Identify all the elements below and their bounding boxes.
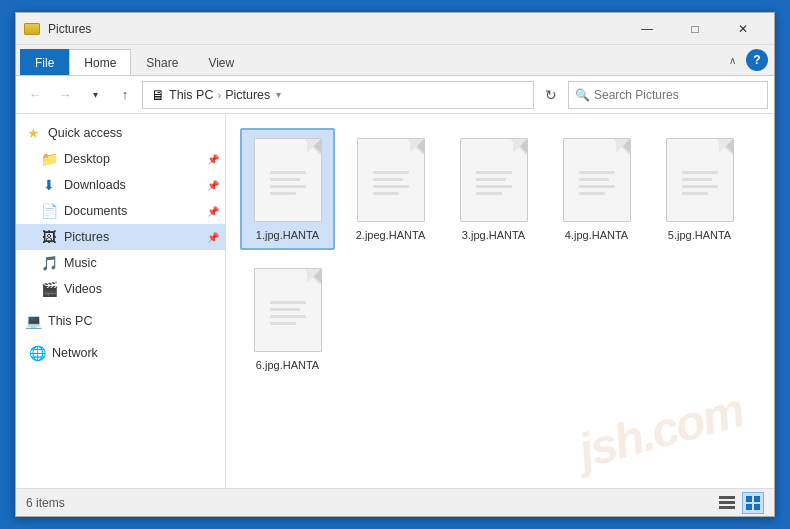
list-view-icon xyxy=(719,496,735,510)
file-page-4 xyxy=(563,138,631,222)
maximize-button[interactable]: □ xyxy=(672,13,718,45)
file-item-5[interactable]: 5.jpg.HANTA xyxy=(652,128,747,250)
list-view-button[interactable] xyxy=(716,492,738,514)
window-icon xyxy=(24,22,42,36)
search-input[interactable] xyxy=(594,88,761,102)
sidebar-label-videos: Videos xyxy=(64,282,102,296)
grid-view-icon xyxy=(746,496,760,510)
line xyxy=(682,185,718,188)
grid-view-button[interactable] xyxy=(742,492,764,514)
ribbon-help-button[interactable]: ? xyxy=(746,49,768,71)
file-lines-1 xyxy=(270,171,306,195)
file-icon-5 xyxy=(664,136,736,224)
documents-icon: 📄 xyxy=(40,202,58,220)
view-toggle-buttons xyxy=(716,492,764,514)
file-item-4[interactable]: 4.jpg.HANTA xyxy=(549,128,644,250)
file-name-1: 1.jpg.HANTA xyxy=(256,228,319,242)
sidebar: ★ Quick access 📁 Desktop 📌 ⬇ Downloads 📌… xyxy=(16,114,226,488)
sidebar-item-videos[interactable]: 🎬 Videos xyxy=(16,276,225,302)
main-area: ★ Quick access 📁 Desktop 📌 ⬇ Downloads 📌… xyxy=(16,114,774,488)
path-dropdown-arrow: ▾ xyxy=(276,89,281,100)
pin-icon-desktop: 📌 xyxy=(207,154,219,165)
address-path[interactable]: 🖥 This PC › Pictures ▾ xyxy=(142,81,534,109)
file-lines-4 xyxy=(579,171,615,195)
file-item-3[interactable]: 3.jpg.HANTA xyxy=(446,128,541,250)
nav-forward-button[interactable]: → xyxy=(52,82,78,108)
statusbar: 6 items xyxy=(16,488,774,516)
sidebar-item-thispc[interactable]: 💻 This PC xyxy=(16,308,225,334)
file-content-3 xyxy=(469,153,519,213)
sidebar-label-quick-access: Quick access xyxy=(48,126,122,140)
file-name-3: 3.jpg.HANTA xyxy=(462,228,525,242)
line xyxy=(476,178,506,181)
sidebar-label-music: Music xyxy=(64,256,97,270)
file-name-6: 6.jpg.HANTA xyxy=(256,358,319,372)
sidebar-item-downloads[interactable]: ⬇ Downloads 📌 xyxy=(16,172,225,198)
line xyxy=(476,185,512,188)
path-thispc: This PC xyxy=(169,88,213,102)
close-button[interactable]: ✕ xyxy=(720,13,766,45)
sidebar-item-documents[interactable]: 📄 Documents 📌 xyxy=(16,198,225,224)
fold2-1 xyxy=(307,139,321,153)
sidebar-item-pictures[interactable]: 🖼 Pictures 📌 xyxy=(16,224,225,250)
line xyxy=(373,192,399,195)
refresh-button[interactable]: ↻ xyxy=(538,82,564,108)
line xyxy=(476,192,502,195)
minimize-button[interactable]: — xyxy=(624,13,670,45)
file-page-6 xyxy=(254,268,322,352)
line xyxy=(579,192,605,195)
pin-icon-pictures: 📌 xyxy=(207,232,219,243)
music-icon: 🎵 xyxy=(40,254,58,272)
line xyxy=(270,315,306,318)
pin-icon-downloads: 📌 xyxy=(207,180,219,191)
nav-dropdown-button[interactable]: ▾ xyxy=(82,82,108,108)
tab-home[interactable]: Home xyxy=(69,49,131,75)
sidebar-item-network[interactable]: 🌐 Network xyxy=(16,340,225,366)
sidebar-item-music[interactable]: 🎵 Music xyxy=(16,250,225,276)
folder-icon: 📁 xyxy=(40,150,58,168)
file-page-3 xyxy=(460,138,528,222)
sidebar-item-quick-access[interactable]: ★ Quick access xyxy=(16,120,225,146)
nav-back-button[interactable]: ← xyxy=(22,82,48,108)
line xyxy=(270,308,300,311)
line xyxy=(270,192,296,195)
tab-file[interactable]: File xyxy=(20,49,69,75)
nav-up-button[interactable]: ↑ xyxy=(112,82,138,108)
file-item-6[interactable]: 6.jpg.HANTA xyxy=(240,258,335,380)
file-icon-1 xyxy=(252,136,324,224)
file-name-2: 2.jpeg.HANTA xyxy=(356,228,426,242)
tab-view[interactable]: View xyxy=(193,49,249,75)
file-item-2[interactable]: 2.jpeg.HANTA xyxy=(343,128,438,250)
svg-rect-3 xyxy=(746,496,752,502)
ribbon-tabs: File Home Share View xyxy=(16,45,249,75)
path-pictures: Pictures xyxy=(225,88,270,102)
file-lines-2 xyxy=(373,171,409,195)
line xyxy=(373,178,403,181)
file-content-5 xyxy=(675,153,725,213)
ribbon-collapse-button[interactable]: ∧ xyxy=(722,50,742,70)
window-title: Pictures xyxy=(48,22,624,36)
file-icon-2 xyxy=(355,136,427,224)
window-controls: — □ ✕ xyxy=(624,13,766,45)
thispc-icon: 💻 xyxy=(24,312,42,330)
file-icon-4 xyxy=(561,136,633,224)
fold2-6 xyxy=(307,269,321,283)
search-box[interactable]: 🔍 xyxy=(568,81,768,109)
ribbon-tabs-row: File Home Share View ∧ ? xyxy=(16,45,774,75)
line xyxy=(682,171,718,174)
sidebar-label-downloads: Downloads xyxy=(64,178,126,192)
tab-share[interactable]: Share xyxy=(131,49,193,75)
fold2-5 xyxy=(719,139,733,153)
svg-rect-0 xyxy=(719,496,735,499)
sidebar-label-desktop: Desktop xyxy=(64,152,110,166)
sidebar-item-desktop[interactable]: 📁 Desktop 📌 xyxy=(16,146,225,172)
file-item-1[interactable]: 1.jpg.HANTA xyxy=(240,128,335,250)
svg-rect-5 xyxy=(746,504,752,510)
file-lines-5 xyxy=(682,171,718,195)
content-area: jsh.com xyxy=(226,114,774,488)
titlebar: Pictures — □ ✕ xyxy=(16,13,774,45)
fold2-2 xyxy=(410,139,424,153)
pin-icon-documents: 📌 xyxy=(207,206,219,217)
svg-rect-2 xyxy=(719,506,735,509)
file-content-4 xyxy=(572,153,622,213)
